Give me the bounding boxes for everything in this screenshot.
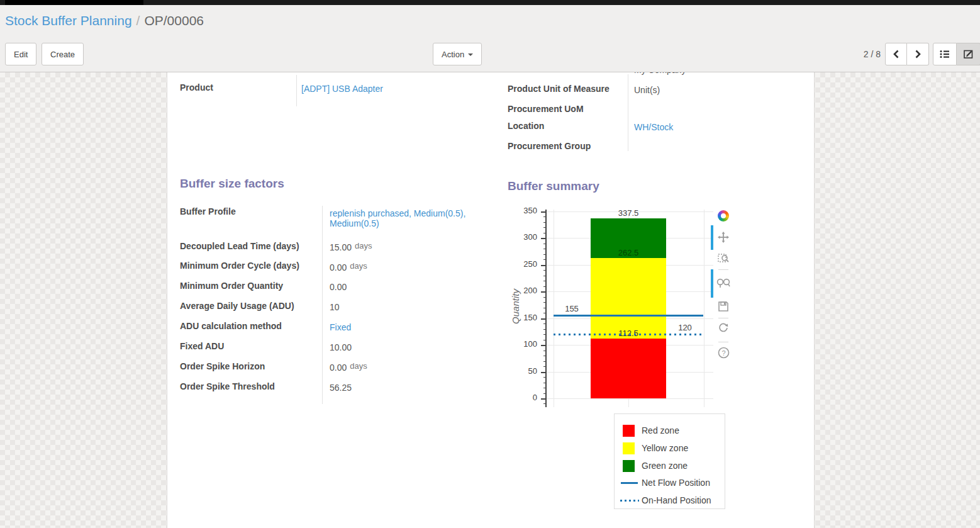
y-axis-minor-tick — [543, 329, 546, 330]
legend-item-net-flow[interactable]: Net Flow Position — [615, 477, 725, 490]
modebar-active-indicator — [711, 225, 713, 250]
y-axis-minor-tick — [543, 222, 546, 223]
y-axis-major-tick — [541, 211, 546, 213]
reset-axes-button[interactable] — [716, 321, 730, 335]
caret-down-icon — [468, 53, 473, 56]
breadcrumb-parent-link[interactable]: Stock Buffer Planning — [5, 13, 132, 28]
zone-boundary-label: 262.5 — [618, 248, 639, 257]
form-view-button[interactable] — [957, 43, 980, 65]
content-background: My Company Product [ADPT] USB Adapter Pr… — [0, 72, 980, 528]
top-bar — [0, 0, 980, 5]
y-axis-major-tick — [541, 238, 546, 239]
y-axis-minor-tick — [543, 393, 546, 394]
y-axis-major-tick — [541, 291, 546, 293]
y-axis-minor-tick — [543, 383, 546, 383]
y-axis-tick-label: 100 — [507, 339, 537, 349]
y-axis-tick-label: 300 — [507, 232, 537, 242]
top-bar-segment — [5, 0, 143, 5]
y-axis-minor-tick — [543, 233, 546, 233]
box-zoom-button[interactable] — [716, 251, 730, 265]
modebar-separator — [718, 269, 728, 270]
edit-form-icon — [963, 48, 974, 60]
create-button[interactable]: Create — [42, 43, 84, 65]
y-axis-major-tick — [541, 318, 546, 320]
y-axis-minor-tick — [543, 313, 546, 313]
y-axis-minor-tick — [543, 323, 546, 324]
y-axis-minor-tick — [543, 302, 546, 303]
legend-item-red-zone[interactable]: Red zone — [615, 425, 725, 437]
floppy-save-icon — [718, 301, 729, 312]
legend-item-on-hand[interactable]: On-Hand Position — [615, 495, 725, 507]
on-hand-position-label: 120 — [678, 323, 692, 332]
y-axis-minor-tick — [543, 403, 546, 404]
y-axis-minor-tick — [543, 361, 546, 362]
action-dropdown-button[interactable]: Action — [433, 43, 482, 65]
y-axis-minor-tick — [543, 388, 546, 388]
on-hand-dotted-swatch — [620, 500, 639, 502]
refresh-icon — [718, 322, 729, 334]
screen: Stock Buffer Planning/OP/00006 Edit Crea… — [0, 0, 980, 528]
net-flow-position-line — [554, 315, 703, 317]
y-axis-minor-tick — [543, 351, 546, 351]
gridline-vertical — [704, 210, 704, 407]
zone-boundary-label: 112.5 — [618, 328, 638, 337]
y-axis-tick-label: 0 — [507, 393, 537, 402]
green-zone-swatch — [623, 460, 635, 472]
modebar-active-indicator — [711, 269, 713, 298]
zone-bar-red-zone — [591, 339, 666, 398]
y-axis-minor-tick — [543, 254, 546, 255]
gridline-vertical — [554, 210, 554, 407]
plotly-logo-icon — [718, 210, 729, 222]
pager-buttons — [885, 43, 929, 65]
pager-count: 2 / 8 — [850, 43, 881, 65]
y-axis-major-tick — [541, 372, 546, 373]
breadcrumb: Stock Buffer Planning/OP/00006 — [5, 13, 204, 28]
y-axis-minor-tick — [543, 281, 546, 281]
y-axis-major-tick — [541, 398, 546, 400]
zoom-in-out-button[interactable] — [716, 276, 730, 290]
y-axis-minor-tick — [543, 227, 546, 228]
control-panel: Stock Buffer Planning/OP/00006 Edit Crea… — [0, 5, 980, 72]
y-axis-minor-tick — [543, 340, 546, 340]
y-axis-minor-tick — [543, 286, 546, 287]
save-chart-button[interactable] — [716, 300, 730, 313]
plotly-logo-button[interactable] — [716, 209, 730, 223]
edit-button[interactable]: Edit — [5, 43, 36, 65]
zoom-in-out-icon — [716, 278, 730, 289]
gridline-horizontal — [546, 398, 713, 399]
y-axis-minor-tick — [543, 216, 546, 217]
y-axis-minor-tick — [543, 356, 546, 356]
y-axis-tick-label: 350 — [507, 206, 537, 215]
pan-button[interactable] — [716, 230, 730, 244]
red-zone-swatch — [623, 425, 635, 437]
y-axis-minor-tick — [543, 249, 546, 249]
legend-item-green-zone[interactable]: Green zone — [615, 460, 725, 473]
action-label: Action — [442, 50, 464, 59]
pan-icon — [718, 232, 729, 243]
view-switcher — [933, 43, 980, 65]
y-axis-major-tick — [541, 345, 546, 346]
y-axis-tick-label: 250 — [507, 259, 537, 269]
breadcrumb-current: OP/00006 — [144, 13, 204, 28]
pager-next-button[interactable] — [907, 43, 929, 65]
list-icon — [939, 48, 950, 60]
pager-previous-button[interactable] — [885, 43, 907, 65]
net-flow-position-label: 155 — [565, 304, 579, 313]
zone-bar-yellow-zone — [591, 258, 666, 338]
help-button[interactable]: ? — [716, 345, 730, 359]
breadcrumb-separator: / — [136, 13, 140, 28]
list-view-button[interactable] — [933, 43, 957, 65]
y-axis-minor-tick — [543, 259, 546, 260]
chevron-right-icon — [913, 49, 922, 59]
help-icon: ? — [718, 347, 730, 359]
form-sheet: My Company Product [ADPT] USB Adapter Pr… — [167, 72, 815, 528]
legend-item-yellow-zone[interactable]: Yellow zone — [615, 442, 725, 455]
y-axis-minor-tick — [543, 366, 546, 367]
modebar-separator — [718, 318, 728, 318]
yellow-zone-swatch — [623, 442, 635, 454]
y-axis-tick-label: 50 — [507, 366, 537, 376]
on-hand-position-line — [554, 334, 703, 335]
y-axis-minor-tick — [543, 334, 546, 335]
net-flow-line-swatch — [621, 482, 638, 484]
y-axis-minor-tick — [543, 244, 546, 244]
